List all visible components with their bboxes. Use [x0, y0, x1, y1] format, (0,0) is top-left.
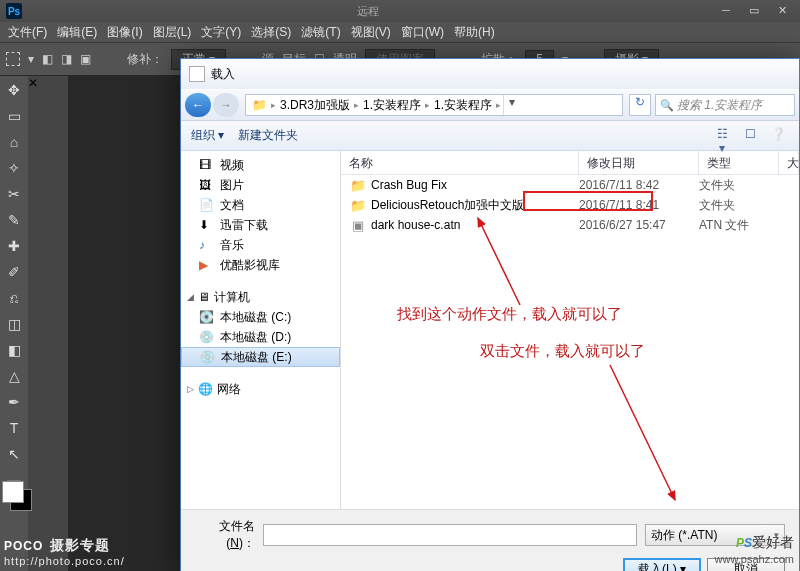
sidebar-network[interactable]: ▷🌐网络: [181, 379, 340, 399]
menu-file[interactable]: 文件(F): [8, 24, 47, 41]
breadcrumb-dropdown[interactable]: ▾: [503, 95, 519, 115]
remote-label: 远程: [357, 4, 379, 19]
col-type[interactable]: 类型: [699, 151, 779, 174]
menu-select[interactable]: 选择(S): [251, 24, 291, 41]
eraser-tool[interactable]: ◫: [4, 314, 24, 334]
ps-logo-icon: Ps: [6, 3, 22, 19]
sidebar-item-video[interactable]: 🎞视频: [181, 155, 340, 175]
menu-edit[interactable]: 编辑(E): [57, 24, 97, 41]
dialog-icon: [189, 66, 205, 82]
wand-tool[interactable]: ✧: [4, 158, 24, 178]
toolbar-newfolder[interactable]: 新建文件夹: [238, 127, 298, 144]
path-tool[interactable]: ↖: [4, 444, 24, 464]
refresh-button[interactable]: ↻: [629, 94, 651, 116]
move-tool[interactable]: ✥: [4, 80, 24, 100]
search-input[interactable]: 🔍搜索 1.安装程序: [655, 94, 795, 116]
menu-filter[interactable]: 滤镜(T): [301, 24, 340, 41]
watermark-poco: POCO 摄影专题 http://photo.poco.cn/: [4, 532, 125, 567]
help-icon[interactable]: ❔: [767, 126, 789, 146]
sidebar-disk-c[interactable]: 💽本地磁盘 (C:): [181, 307, 340, 327]
sidebar-item-documents[interactable]: 📄文档: [181, 195, 340, 215]
dialog-title: 载入: [211, 66, 235, 83]
tool-preview-icon[interactable]: [6, 52, 20, 66]
eyedropper-tool[interactable]: ✎: [4, 210, 24, 230]
atn-file-icon: ▣: [349, 218, 367, 233]
heal-tool[interactable]: ✚: [4, 236, 24, 256]
watermark-psahz: PS爱好者 www.psahz.com: [715, 525, 794, 565]
lasso-tool[interactable]: ⌂: [4, 132, 24, 152]
col-name[interactable]: 名称: [341, 151, 579, 174]
sidebar-disk-d[interactable]: 💿本地磁盘 (D:): [181, 327, 340, 347]
ps-titlebar: Ps 远程 ─ ▭ ✕: [0, 0, 800, 22]
filename-input[interactable]: [263, 524, 637, 546]
folder-icon: 📁: [349, 178, 367, 193]
filename-label: 文件名(N)：: [195, 518, 255, 552]
annotation-highlight: [523, 191, 653, 211]
sidebar-item-youku[interactable]: ▶优酷影视库: [181, 255, 340, 275]
patch-selection-sub-icon[interactable]: ◨: [61, 52, 72, 66]
annotation-text: 找到这个动作文件，载入就可以了: [397, 305, 622, 324]
blur-tool[interactable]: △: [4, 366, 24, 386]
maximize-button[interactable]: ▭: [742, 4, 766, 18]
breadcrumb[interactable]: 📁 ▸ 3.DR3加强版▸ 1.安装程序▸ 1.安装程序▸ ▾: [245, 94, 623, 116]
panel-dock-icon[interactable]: ✕: [28, 76, 68, 90]
sidebar-item-xunlei[interactable]: ⬇迅雷下载: [181, 215, 340, 235]
menu-view[interactable]: 视图(V): [351, 24, 391, 41]
gradient-tool[interactable]: ◧: [4, 340, 24, 360]
file-row[interactable]: ▣ dark house-c.atn 2016/6/27 15:47 ATN 文…: [341, 215, 799, 235]
ps-menubar: 文件(F) 编辑(E) 图像(I) 图层(L) 文字(Y) 选择(S) 滤镜(T…: [0, 22, 800, 42]
type-tool[interactable]: T: [4, 418, 24, 438]
folder-icon: 📁: [250, 98, 269, 112]
annotation-text: 双击文件，载入就可以了: [480, 342, 645, 361]
preview-icon[interactable]: ☐: [739, 126, 761, 146]
close-button[interactable]: ✕: [770, 4, 794, 18]
crop-tool[interactable]: ✂: [4, 184, 24, 204]
nav-back-button[interactable]: ←: [185, 93, 211, 117]
folder-icon: 📁: [349, 198, 367, 213]
col-date[interactable]: 修改日期: [579, 151, 699, 174]
col-size[interactable]: 大: [779, 151, 799, 174]
stamp-tool[interactable]: ⎌: [4, 288, 24, 308]
patch-selection-int-icon[interactable]: ▣: [80, 52, 91, 66]
sidebar-disk-e[interactable]: 💿本地磁盘 (E:): [181, 347, 340, 367]
patch-selection-add-icon[interactable]: ◧: [42, 52, 53, 66]
sidebar: 🎞视频 🖼图片 📄文档 ⬇迅雷下载 ♪音乐 ▶优酷影视库 ◢🖥计算机 💽本地磁盘…: [181, 151, 341, 509]
menu-image[interactable]: 图像(I): [107, 24, 142, 41]
menu-help[interactable]: 帮助(H): [454, 24, 495, 41]
menu-window[interactable]: 窗口(W): [401, 24, 444, 41]
menu-type[interactable]: 文字(Y): [201, 24, 241, 41]
toolbar-organize[interactable]: 组织 ▾: [191, 127, 224, 144]
pen-tool[interactable]: ✒: [4, 392, 24, 412]
brush-tool[interactable]: ✐: [4, 262, 24, 282]
view-mode-icon[interactable]: ☷ ▾: [711, 126, 733, 146]
sidebar-item-pictures[interactable]: 🖼图片: [181, 175, 340, 195]
opt-repair-label: 修补：: [127, 51, 163, 68]
sidebar-item-music[interactable]: ♪音乐: [181, 235, 340, 255]
marquee-tool[interactable]: ▭: [4, 106, 24, 126]
dialog-titlebar[interactable]: 载入: [181, 59, 799, 89]
menu-layer[interactable]: 图层(L): [153, 24, 192, 41]
nav-forward-button[interactable]: →: [213, 93, 239, 117]
load-button[interactable]: 载入(L) ▾: [623, 558, 701, 571]
sidebar-computer[interactable]: ◢🖥计算机: [181, 287, 340, 307]
search-icon: 🔍: [660, 99, 674, 112]
minimize-button[interactable]: ─: [714, 4, 738, 18]
